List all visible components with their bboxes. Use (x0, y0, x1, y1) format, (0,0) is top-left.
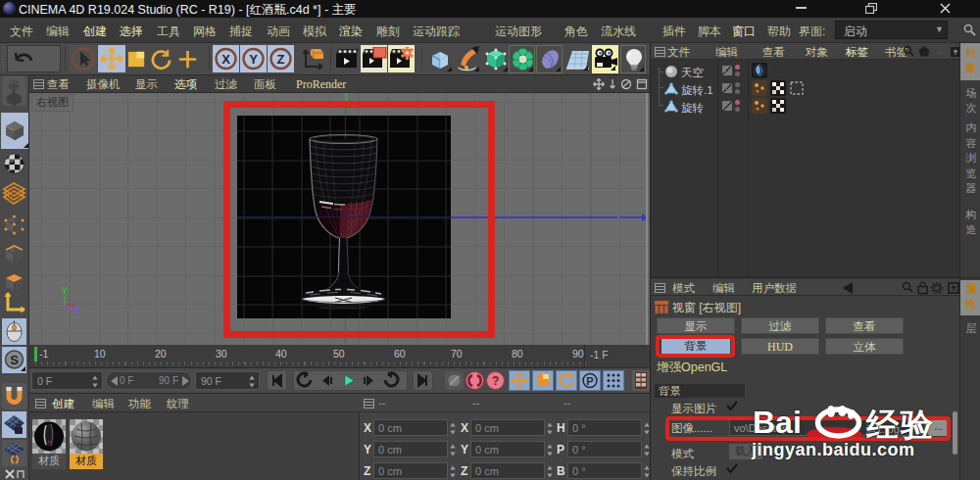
svg-text:S: S (10, 353, 19, 367)
svg-text:Z: Z (74, 305, 80, 314)
svg-text:Y: Y (61, 285, 69, 297)
svg-text:Y: Y (249, 52, 258, 67)
svg-text:P: P (586, 375, 593, 387)
svg-text:Z: Z (277, 52, 285, 67)
svg-text:X: X (221, 52, 230, 67)
